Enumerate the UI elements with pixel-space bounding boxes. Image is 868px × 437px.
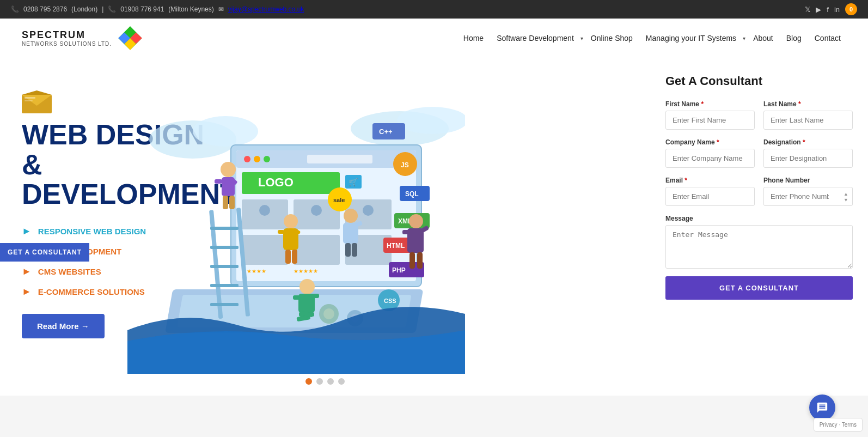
svg-rect-87	[407, 228, 424, 253]
dot-2[interactable]	[316, 378, 323, 385]
svg-point-20	[264, 156, 270, 162]
header: SPECTRUM NETWORKS SOLUTIONS LTD. Home So…	[0, 19, 868, 58]
email-input[interactable]	[665, 187, 755, 206]
chevron-down-icon: ▾	[580, 35, 583, 41]
designation-input[interactable]	[763, 149, 853, 168]
last-name-input[interactable]	[763, 111, 853, 130]
svg-rect-77	[345, 243, 351, 257]
nav-managing-it-link[interactable]: Managing your IT Systems	[640, 31, 742, 46]
svg-text:★★★★★: ★★★★★	[294, 268, 318, 274]
message-group: Message	[665, 215, 853, 271]
twitter-link[interactable]: 𝕏	[805, 5, 810, 14]
email-label: Email *	[665, 177, 755, 184]
nav-managing-it[interactable]: Managing your IT Systems ▾	[640, 31, 745, 46]
nav-online-shop[interactable]: Online Shop	[585, 31, 638, 46]
spinner-arrows: ▲ ▼	[843, 191, 848, 202]
dot-1[interactable]	[305, 378, 312, 385]
nav-software-dev[interactable]: Software Development ▾	[491, 31, 583, 46]
message-label: Message	[665, 215, 853, 222]
cart-badge[interactable]: 0	[845, 3, 857, 15]
svg-rect-28	[294, 235, 340, 265]
nav-contact[interactable]: Contact	[809, 31, 846, 46]
phone1-location: (London)	[71, 5, 97, 13]
separator: |	[102, 5, 103, 13]
svg-point-18	[244, 156, 250, 162]
phone-input[interactable]	[763, 187, 853, 206]
dot-3[interactable]	[327, 378, 334, 385]
envelope-icon	[22, 90, 52, 113]
designation-group: Designation *	[763, 138, 853, 168]
logo: SPECTRUM NETWORKS SOLUTIONS LTD.	[22, 25, 143, 51]
svg-marker-8	[22, 90, 52, 95]
facebook-link[interactable]: f	[827, 5, 829, 14]
company-name-group: Company Name *	[665, 138, 755, 168]
read-more-button[interactable]: Read More →	[22, 314, 105, 338]
top-bar-social: 𝕏 ▶ f in 0	[805, 3, 857, 15]
svg-rect-75	[343, 223, 358, 244]
svg-rect-60	[210, 284, 239, 287]
main-wrapper: GET A CONSULTANT WEB DESIGN & DEVELOPMEN…	[0, 58, 868, 396]
svg-text:JS: JS	[401, 161, 409, 169]
nav-home[interactable]: Home	[458, 31, 489, 46]
svg-rect-67	[229, 196, 235, 209]
email-link[interactable]: vijay@spectrumweb.co.uk	[228, 5, 304, 13]
svg-rect-21	[307, 155, 372, 163]
sticky-consultant-button[interactable]: GET A CONSULTANT	[0, 243, 89, 262]
message-textarea[interactable]	[665, 225, 853, 269]
nav-about[interactable]: About	[748, 31, 779, 46]
svg-rect-61	[210, 303, 239, 306]
svg-text:sale: sale	[333, 197, 345, 203]
phone-icon-2: 📞	[108, 5, 116, 13]
list-item-label-3: CMS WEBSITES	[38, 267, 101, 276]
svg-rect-64	[215, 179, 222, 184]
phone-label: Phone Number	[763, 177, 853, 184]
nav-blog[interactable]: Blog	[781, 31, 807, 46]
svg-rect-73	[292, 250, 297, 264]
svg-point-19	[254, 156, 260, 162]
top-bar: 📞 0208 795 2876 (London) | 📞 01908 776 9…	[0, 0, 868, 19]
svg-rect-57	[210, 227, 239, 230]
logo-diamond-icon	[117, 25, 143, 51]
svg-point-12	[193, 116, 258, 147]
last-name-label: Last Name *	[763, 100, 853, 108]
svg-point-79	[299, 279, 315, 294]
company-name-input[interactable]	[665, 149, 755, 168]
svg-point-68	[284, 214, 298, 228]
svg-text:CSS: CSS	[384, 298, 396, 304]
dot-4[interactable]	[338, 378, 345, 385]
youtube-link[interactable]: ▶	[816, 5, 821, 14]
svg-rect-81	[293, 295, 300, 300]
svg-point-86	[409, 214, 423, 228]
svg-point-74	[344, 209, 358, 223]
company-name-label: Company Name *	[665, 138, 755, 146]
read-more-label: Read More →	[37, 321, 89, 331]
svg-rect-82	[312, 294, 319, 298]
svg-rect-90	[409, 252, 415, 269]
phone2: 01908 776 941	[120, 5, 164, 13]
svg-text:C++: C++	[379, 128, 393, 136]
first-name-input[interactable]	[665, 111, 755, 130]
phone-icon: 📞	[11, 5, 19, 13]
email-group: Email *	[665, 177, 755, 206]
email-icon: ✉	[218, 5, 224, 13]
consultant-sidebar: Get A Consultant First Name * Last Name …	[650, 58, 868, 396]
svg-point-30	[259, 205, 270, 216]
logo-text: SPECTRUM NETWORKS SOLUTIONS LTD.	[22, 29, 112, 47]
name-row: First Name * Last Name *	[665, 100, 853, 130]
svg-point-31	[311, 205, 322, 216]
linkedin-link[interactable]: in	[834, 5, 840, 14]
hero-section: GET A CONSULTANT WEB DESIGN & DEVELOPMEN…	[0, 58, 650, 396]
svg-rect-66	[223, 196, 228, 209]
get-consultant-submit-button[interactable]: GET A CONSULTANT	[665, 276, 853, 300]
svg-rect-88	[402, 230, 409, 234]
top-bar-contact: 📞 0208 795 2876 (London) | 📞 01908 776 9…	[11, 5, 304, 13]
svg-rect-70	[278, 230, 284, 234]
svg-text:HTML: HTML	[387, 242, 405, 250]
last-name-group: Last Name *	[763, 100, 853, 130]
company-row: Company Name * Designation *	[665, 138, 853, 168]
svg-rect-9	[25, 97, 35, 99]
svg-rect-27	[242, 235, 288, 265]
phone-input-wrapper: ▲ ▼	[763, 187, 853, 206]
nav-software-dev-link[interactable]: Software Development	[491, 31, 579, 46]
svg-text:PHP: PHP	[392, 266, 406, 274]
